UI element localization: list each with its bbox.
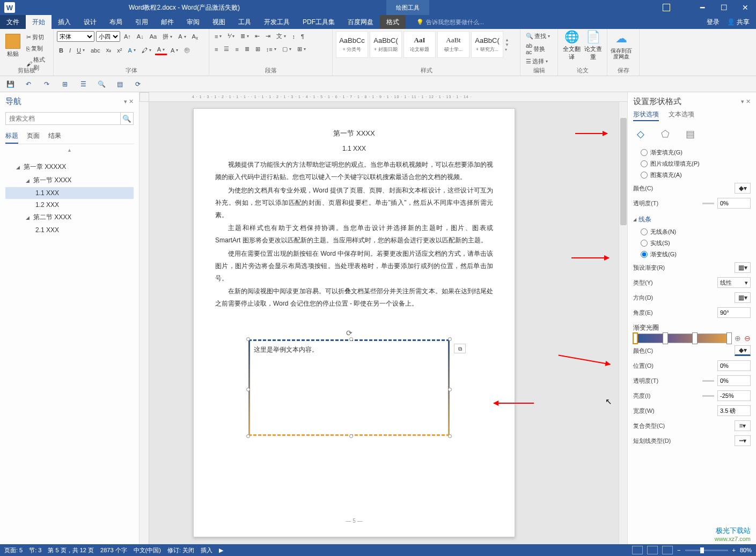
compound-type-picker[interactable]: ≡▾ [735, 420, 751, 431]
align-center-icon[interactable]: ☰ [222, 45, 231, 54]
qat-btn-7[interactable]: ▤ [114, 78, 126, 90]
bullets-icon[interactable]: ≡ [212, 32, 224, 41]
qat-btn-6[interactable]: 🔍 [96, 78, 107, 90]
increase-font-icon[interactable]: A↑ [122, 32, 133, 41]
share-button[interactable]: 👤 共享 [727, 18, 750, 27]
tab-view[interactable]: 视图 [206, 15, 232, 29]
brightness-slider[interactable] [702, 395, 714, 397]
zoom-slider[interactable] [685, 550, 728, 551]
fill-picture-radio[interactable]: 图片或纹理填充(P) [633, 158, 751, 169]
tab-tools[interactable]: 工具 [232, 15, 258, 29]
tab-home[interactable]: 开始 [26, 15, 52, 29]
qat-btn-5[interactable]: ☰ [77, 78, 89, 90]
save-baidu-button[interactable]: ☁保存到百度网盘 [611, 31, 632, 60]
clear-format-icon[interactable]: Aᵪ [190, 32, 200, 41]
nav-node-section2[interactable]: ◢第二节 XXXX [5, 211, 134, 224]
qat-btn-4[interactable]: ⊞ [59, 78, 71, 90]
save-icon[interactable]: 💾 [4, 78, 16, 90]
close-button[interactable]: ✕ [735, 0, 756, 15]
gradient-stop-1[interactable] [633, 332, 638, 344]
line-solid-radio[interactable]: 实线(S) [633, 238, 751, 249]
full-translate-button[interactable]: 🌐全文翻译 [561, 31, 583, 60]
stop-position-input[interactable] [717, 360, 751, 371]
paste-button[interactable]: 粘贴 [3, 31, 22, 60]
decrease-font-icon[interactable]: A↓ [135, 32, 146, 41]
brightness-input[interactable] [717, 390, 751, 401]
styles-more-icon[interactable]: ▲▼▾ [505, 38, 511, 52]
italic-icon[interactable]: I [67, 46, 73, 55]
minimize-button[interactable]: ━ [692, 0, 713, 15]
cut-button[interactable]: ✂ 剪切 [24, 32, 50, 42]
bold-icon[interactable]: B [57, 46, 65, 55]
align-left-icon[interactable]: ≡ [212, 45, 220, 54]
find-button[interactable]: 🔍 查找 [524, 31, 554, 41]
horizontal-ruler[interactable]: 4 · 1 · 3 · 1 · 2 · 1 · 1 · 1 · · 1 · 1 … [149, 92, 627, 102]
tab-format[interactable]: 格式 [380, 15, 406, 29]
format-tab-shape-options[interactable]: 形状选项 [633, 110, 659, 121]
vertical-ruler[interactable] [140, 102, 149, 544]
status-page-of[interactable]: 第 5 页，共 12 页 [48, 546, 94, 554]
tab-design[interactable]: 设计 [77, 15, 103, 29]
nav-search-button[interactable]: 🔍 [121, 112, 134, 125]
resize-handle-se[interactable] [448, 434, 452, 438]
status-language[interactable]: 中文(中国) [134, 546, 161, 554]
zoom-in-icon[interactable]: + [732, 547, 736, 553]
style-item-2[interactable]: AaBbC(+ 封面日期 [370, 31, 402, 58]
fill-transparency-input[interactable] [717, 198, 751, 209]
nav-node-2-1[interactable]: 2.1 XXX [5, 224, 134, 236]
read-mode-icon[interactable] [632, 546, 643, 554]
line-width-input[interactable] [717, 405, 751, 416]
fill-gradient-radio[interactable]: 渐变填充(G) [633, 147, 751, 158]
ribbon-display-options[interactable] [663, 4, 670, 11]
resize-handle-w[interactable] [246, 388, 250, 391]
sort-icon[interactable]: ↕ [290, 32, 297, 41]
status-track-changes[interactable]: 修订: 关闭 [167, 546, 194, 554]
line-gradient-radio[interactable]: 渐变线(G) [633, 249, 751, 260]
style-item-4[interactable]: AaBt硕士学... [437, 31, 469, 58]
stop-transparency-input[interactable] [717, 375, 751, 386]
tab-insert[interactable]: 插入 [52, 15, 77, 29]
tab-pdf-tools[interactable]: PDF工具集 [296, 15, 341, 29]
status-word-count[interactable]: 2873 个字 [100, 546, 127, 554]
enclose-char-icon[interactable]: ㊞ [182, 45, 192, 55]
tab-layout[interactable]: 布局 [103, 15, 129, 29]
add-gradient-stop-icon[interactable]: ⊕ [735, 334, 741, 343]
restore-button[interactable]: ☐ [713, 0, 735, 15]
stop-transparency-slider[interactable] [702, 380, 714, 382]
copy-button[interactable]: ⎘ 复制 [24, 43, 50, 54]
fill-pattern-radio[interactable]: 图案填充(A) [633, 169, 751, 181]
borders-icon[interactable]: ⊞ [295, 45, 308, 54]
text-effects-icon[interactable]: A [126, 46, 137, 55]
document-page[interactable]: 第一章 XXXXX 第一节 XXXX 1.1 XXX 视频提供了功能强大的方法帮… [193, 108, 515, 537]
status-macro-icon[interactable]: ▶ [219, 547, 223, 554]
style-item-1[interactable]: AaBbCc+ 分类号 [336, 31, 368, 58]
status-insert-mode[interactable]: 插入 [201, 546, 212, 554]
replace-button[interactable]: abac 替换 [524, 41, 554, 56]
tab-mailings[interactable]: 邮件 [155, 15, 180, 29]
resize-handle-nw[interactable] [246, 337, 250, 341]
resize-handle-s[interactable] [349, 434, 353, 438]
redo-icon[interactable]: ↷ [41, 78, 53, 90]
align-right-icon[interactable]: ≡ [233, 45, 240, 54]
zoom-level[interactable]: 80% [740, 547, 752, 553]
tab-references[interactable]: 引用 [129, 15, 155, 29]
tab-review[interactable]: 审阅 [180, 15, 206, 29]
tab-developer[interactable]: 开发工具 [258, 15, 296, 29]
effects-icon[interactable]: ⬠ [658, 127, 673, 142]
increase-indent-icon[interactable]: ⇥ [263, 32, 273, 41]
shading-icon[interactable]: ▢ [280, 45, 293, 54]
nav-tab-results[interactable]: 结果 [48, 131, 61, 140]
document-area[interactable]: 4 · 1 · 3 · 1 · 2 · 1 · 1 · 1 · · 1 · 1 … [140, 92, 627, 544]
gradient-angle-input[interactable] [717, 307, 751, 318]
stop-color-picker[interactable]: ◆▾ [735, 345, 751, 356]
resize-handle-e[interactable] [448, 388, 452, 391]
select-button[interactable]: ☰ 选择 [524, 56, 554, 66]
change-case-icon[interactable]: Aa [148, 32, 159, 41]
fill-line-icon[interactable]: ◇ [633, 127, 648, 142]
phonetic-guide-icon[interactable]: 拼 [160, 32, 174, 42]
login-link[interactable]: 登录 [707, 18, 720, 27]
gradient-stop-2[interactable] [663, 332, 668, 344]
nav-node-chapter1[interactable]: ◢第一章 XXXXX [5, 160, 134, 174]
font-size-select[interactable]: 小四 [96, 31, 120, 42]
char-border-icon[interactable]: A [176, 32, 188, 41]
